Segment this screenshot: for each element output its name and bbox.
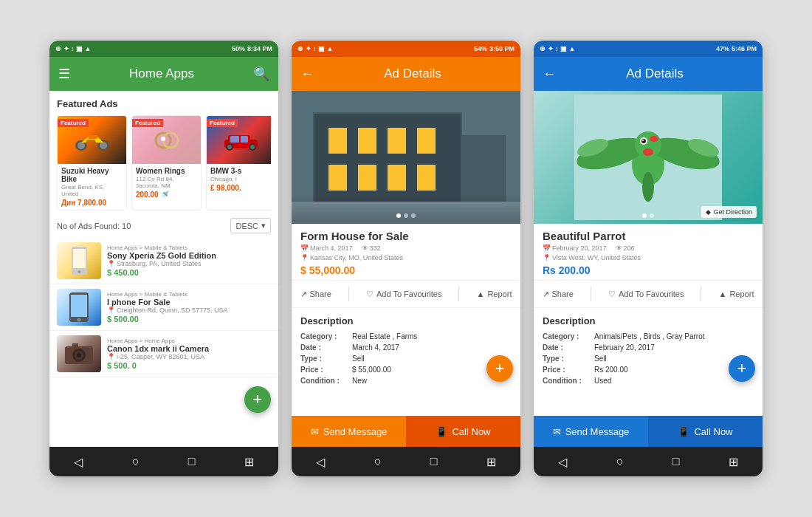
feat-card-price-1: 200.00 🚿 [136,191,197,199]
ads-filter-row: No of Ads Found: 10 DESC ▾ [49,213,278,238]
chevron-down-icon: ▾ [261,221,266,230]
svg-rect-36 [358,165,376,191]
svg-point-22 [78,318,81,322]
ad-views-2: 👁 332 [362,244,381,252]
fab-add-1[interactable]: + [244,386,271,413]
status-right-3: 47% 5:46 PM [716,45,757,52]
back-icon-3[interactable]: ← [543,66,556,82]
feat-card-img-1: Featured [132,116,201,164]
home-nav-icon[interactable]: ○ [132,455,140,468]
list-item-2[interactable]: Home Apps > Home Apps Canon 1dx mark ii … [49,331,278,377]
ad-meta-3: 📅 February 20, 2017 👁 206 [543,244,754,252]
ad-hero-3: ◆ Get Direction [534,91,763,224]
sort-label: DESC [235,222,258,230]
svg-rect-31 [328,128,347,154]
ads-count: No of Ads Found: 10 [57,222,131,230]
desc-row-3-1: Date : February 20, 2017 [543,343,754,352]
recents-nav-icon[interactable]: □ [188,455,196,468]
svg-rect-27 [72,343,78,348]
menu-nav-icon-2[interactable]: ⊞ [486,455,496,469]
menu-nav-icon[interactable]: ⊞ [244,455,254,469]
list-info-1: Home Apps > Mobile & Tablets I phone For… [107,291,271,323]
back-nav-icon[interactable]: ◁ [74,455,83,469]
send-message-btn-2[interactable]: ✉ Send Message [292,416,406,447]
calendar-icon-3: 📅 [543,244,551,252]
list-item-1[interactable]: Home Apps > Mobile & Tablets I phone For… [49,284,278,331]
send-message-btn-3[interactable]: ✉ Send Message [534,416,648,447]
back-nav-icon-2[interactable]: ◁ [316,455,325,469]
status-icons-3: ⊕ ✦ ↕ ▣ ▲ [540,45,575,52]
favourite-btn-2[interactable]: ♡ Add To Favourites [366,290,441,299]
report-btn-3[interactable]: ▲ Report [719,290,754,298]
eye-icon-3: 👁 [616,244,622,252]
desc-label-3-1: Date : [543,343,594,352]
svg-rect-11 [230,136,239,143]
featured-cards: Featured Suzuki Heavy Bike Great Bend, K… [57,115,271,210]
desc-section-2: Description Category : Real Estate , Far… [292,308,520,416]
desc-label-3-3: Price : [543,366,594,374]
action-divider-3-1 [591,287,591,301]
search-icon[interactable]: 🔍 [253,66,269,82]
feat-badge-1: Featured [132,119,163,127]
heart-icon-3: ♡ [608,290,616,299]
thumb-iphone-img [57,289,101,326]
fab-add-3[interactable]: + [729,355,755,382]
home-nav-icon-3[interactable]: ○ [616,455,624,468]
bottom-nav-3: ◁ ○ □ ⊞ [534,447,763,476]
svg-rect-33 [388,128,406,154]
menu-icon[interactable]: ☰ [58,66,70,82]
feat-card-loc-1: 112 Co Rd 84, Jaconita, NM [136,176,197,189]
dot-3 [411,213,416,218]
desc-title-3: Description [543,315,754,326]
building-image [292,91,520,224]
list-price-2: $ 500. 0 [107,361,271,370]
recents-nav-icon-2[interactable]: □ [430,455,438,468]
feat-card-img-2: Featured [207,116,271,164]
flag-icon: ▲ [477,290,485,298]
status-bar-1: ⊕ ✦ ↕ ▣ ▲ 50% 8:34 PM [49,41,278,57]
list-info-2: Home Apps > Home Apps Canon 1dx mark ii … [107,338,271,370]
report-btn-2[interactable]: ▲ Report [477,290,512,298]
hero-dots [292,210,520,221]
desc-value-2-1: March 4, 2017 [352,343,399,352]
feat-card-loc-0: Great Bend, KS, United [61,184,123,197]
desc-value-2-4: New [352,377,367,385]
top-bar-2: ← Ad Details [292,57,520,91]
action-divider-2 [458,287,459,301]
share-btn-2[interactable]: ↗ Share [300,290,331,299]
back-nav-icon-3[interactable]: ◁ [558,455,567,469]
menu-nav-icon-3[interactable]: ⊞ [729,455,738,469]
parrot-image: ◆ Get Direction [534,91,763,224]
feat-card-price-2: £ 98,000. [210,184,271,192]
desc-value-3-4: Used [594,377,611,385]
desc-label-3-0: Category : [543,332,594,340]
featured-card-2[interactable]: Featured BMW 3-s Chicago, I £ 98,000. [206,115,271,210]
desc-label-2-3: Price : [300,366,352,374]
call-label-3: Call Now [694,426,732,437]
dot-2 [404,213,408,218]
home-nav-icon-2[interactable]: ○ [374,455,382,468]
desc-value-3-2: Sell [594,355,607,363]
sort-select[interactable]: DESC ▾ [230,218,271,233]
call-now-btn-2[interactable]: 📱 Call Now [406,416,520,447]
desc-value-2-3: $ 55,000.00 [352,366,391,374]
featured-card-0[interactable]: Featured Suzuki Heavy Bike Great Bend, K… [57,115,127,210]
ad-price-2: $ 55,000.00 [300,264,512,276]
fab-add-2[interactable]: + [486,355,513,382]
list-item-0[interactable]: Home Apps > Mobile & Tablets Sony Xperia… [49,238,278,284]
share-btn-3[interactable]: ↗ Share [543,290,574,299]
favourite-btn-3[interactable]: ♡ Add To Favourites [608,290,684,299]
call-label-2: Call Now [452,426,490,437]
call-now-btn-3[interactable]: 📱 Call Now [648,416,763,447]
back-icon-2[interactable]: ← [300,66,314,82]
ad-date-3: 📅 February 20, 2017 [543,244,607,252]
share-icon-3: ↗ [543,290,549,299]
status-icons-1: ⊕ ✦ ↕ ▣ ▲ [55,45,91,52]
recents-nav-icon-3[interactable]: □ [672,455,680,468]
time-1: 8:34 PM [247,45,272,52]
list-thumb-0 [57,242,101,279]
desc-value-2-2: Sell [352,355,365,363]
phone-icon: 📱 [436,426,447,437]
phone-2: ⊕ ✦ ↕ ▣ ▲ 54% 3:50 PM ← Ad Details [292,41,520,476]
featured-card-1[interactable]: Featured Women Rings 112 Co Rd 84, Jacon… [131,115,202,210]
